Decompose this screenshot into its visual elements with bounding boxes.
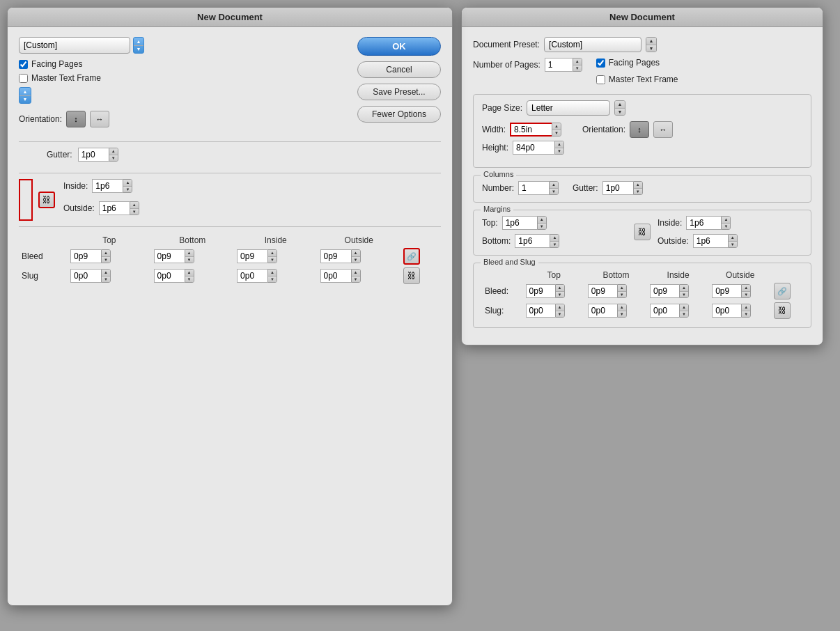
bleed-link-btn-left[interactable]: 🔗 (403, 248, 420, 265)
document-preset-select[interactable]: [Custom] (544, 37, 641, 52)
margins-bottom-input[interactable] (515, 234, 550, 248)
orientation-landscape-left[interactable]: ↔ (90, 111, 109, 127)
gutter-stepper-up-left[interactable]: ▲ (109, 148, 118, 155)
columns-number-stepper[interactable]: ▲ ▼ (549, 181, 559, 195)
slug-top-stepper-right[interactable]: ▲▼ (555, 304, 565, 318)
num-pages-input[interactable] (545, 58, 573, 72)
gutter-input-left[interactable] (78, 148, 109, 162)
columns-gutter-input[interactable] (602, 181, 633, 195)
slug-chain-btn-right[interactable]: ⛓ (774, 302, 791, 319)
slug-top-input-left[interactable] (70, 269, 101, 283)
outside-input-left[interactable] (99, 201, 130, 215)
cancel-button-left[interactable]: Cancel (357, 61, 441, 78)
outside-stepper-down-left[interactable]: ▼ (130, 209, 139, 215)
bleed-link-btn-right[interactable]: 🔗 (774, 283, 791, 299)
bleed-top-stepper-left[interactable]: ▲▼ (101, 249, 111, 263)
bleed-outside-stepper-left[interactable]: ▲▼ (351, 249, 361, 263)
bleed-top-input-left[interactable] (70, 249, 101, 263)
gutter-stepper-left[interactable]: ▲ ▼ (109, 148, 118, 162)
page-size-stepper[interactable]: ▲ ▼ (614, 100, 625, 116)
page-size-select[interactable]: Letter (527, 100, 610, 116)
outside-stepper-left[interactable]: ▲ ▼ (130, 201, 139, 215)
num-pages-stepper-up[interactable]: ▲ (573, 59, 582, 65)
bleed-top-input-right[interactable] (526, 284, 555, 298)
width-stepper[interactable]: ▲ ▼ (552, 123, 561, 137)
slug-outside-stepper-right[interactable]: ▲▼ (741, 304, 751, 318)
slug-inside-stepper-left[interactable]: ▲▼ (267, 269, 277, 283)
margins-inside-stepper[interactable]: ▲▼ (721, 216, 731, 230)
inside-stepper-up-left[interactable]: ▲ (123, 180, 132, 187)
width-input[interactable] (510, 123, 552, 137)
height-stepper[interactable]: ▲ ▼ (554, 141, 564, 155)
page-size-stepper-down[interactable]: ▼ (615, 109, 625, 116)
facing-pages-checkbox-left[interactable] (19, 60, 28, 69)
height-input[interactable] (513, 141, 554, 155)
slug-outside-input-left[interactable] (320, 269, 351, 283)
bleed-outside-input-right[interactable] (712, 284, 741, 298)
slug-bottom-input-right[interactable] (588, 304, 617, 318)
save-preset-button-left[interactable]: Save Preset... (357, 84, 441, 100)
bleed-outside-input-left[interactable] (320, 249, 351, 263)
margins-chain-icon-left[interactable]: ⛓ (38, 192, 55, 208)
columns-gutter-stepper[interactable]: ▲ ▼ (633, 181, 643, 195)
num-pages-stepper-down[interactable]: ▼ (573, 65, 582, 72)
width-stepper-up[interactable]: ▲ (552, 123, 561, 130)
preset-stepper-up-left[interactable]: ▲ (134, 38, 143, 46)
slug-outside-input-right[interactable] (712, 304, 741, 318)
margins-inside-input[interactable] (686, 216, 721, 230)
master-text-frame-checkbox-left[interactable] (19, 74, 28, 83)
slug-chain-btn-left[interactable]: ⛓ (403, 267, 420, 284)
bleed-inside-stepper-right[interactable]: ▲▼ (679, 284, 689, 298)
slug-bottom-input-left[interactable] (154, 269, 185, 283)
preset-stepper-down[interactable]: ▼ (646, 45, 656, 52)
pages-stepper-left[interactable]: ▲ ▼ (19, 87, 31, 104)
bleed-bottom-input-left[interactable] (154, 249, 185, 263)
orientation-landscape-right[interactable]: ↔ (653, 121, 673, 138)
preset-stepper-left[interactable]: ▲ ▼ (133, 37, 144, 54)
preset-select-left[interactable]: [Custom] (19, 37, 130, 54)
slug-inside-input-right[interactable] (650, 304, 679, 318)
facing-pages-checkbox-right[interactable] (596, 59, 605, 68)
height-stepper-down[interactable]: ▼ (555, 148, 563, 155)
inside-input-left[interactable] (92, 179, 123, 193)
margins-bottom-stepper[interactable]: ▲▼ (550, 234, 559, 248)
bleed-bottom-input-right[interactable] (588, 284, 617, 298)
orientation-portrait-right[interactable]: ↕ (630, 121, 649, 138)
columns-number-input[interactable] (518, 181, 549, 195)
bleed-outside-stepper-right[interactable]: ▲▼ (741, 284, 751, 298)
document-preset-stepper[interactable]: ▲ ▼ (646, 37, 657, 52)
pages-stepper-up-left[interactable]: ▲ (20, 88, 31, 96)
margins-chain-icon-right[interactable]: ⛓ (634, 224, 651, 240)
master-text-frame-checkbox-right[interactable] (596, 75, 605, 84)
slug-outside-stepper-left[interactable]: ▲▼ (351, 269, 361, 283)
bleed-inside-input-left[interactable] (237, 249, 267, 263)
bleed-top-stepper-right[interactable]: ▲▼ (555, 284, 565, 298)
slug-top-stepper-left[interactable]: ▲▼ (101, 269, 111, 283)
fewer-options-button[interactable]: Fewer Options (357, 106, 441, 123)
margins-outside-input[interactable] (693, 234, 728, 248)
bleed-inside-stepper-left[interactable]: ▲▼ (267, 249, 277, 263)
num-pages-stepper[interactable]: ▲ ▼ (573, 58, 582, 72)
orientation-portrait-left[interactable]: ↕ (66, 111, 86, 127)
slug-bottom-stepper-left[interactable]: ▲▼ (185, 269, 194, 283)
outside-stepper-up-left[interactable]: ▲ (130, 202, 139, 209)
ok-button-left[interactable]: OK (357, 37, 441, 56)
inside-stepper-down-left[interactable]: ▼ (123, 187, 132, 193)
slug-top-input-right[interactable] (526, 304, 555, 318)
page-size-stepper-up[interactable]: ▲ (615, 101, 625, 109)
preset-stepper-up[interactable]: ▲ (646, 38, 656, 45)
slug-inside-input-left[interactable] (237, 269, 267, 283)
margins-top-stepper[interactable]: ▲▼ (537, 216, 547, 230)
gutter-stepper-down-left[interactable]: ▼ (109, 155, 118, 162)
height-stepper-up[interactable]: ▲ (555, 141, 563, 148)
slug-bottom-stepper-right[interactable]: ▲▼ (617, 304, 627, 318)
margins-outside-stepper[interactable]: ▲▼ (728, 234, 738, 248)
preset-stepper-down-left[interactable]: ▼ (134, 46, 143, 54)
inside-stepper-left[interactable]: ▲ ▼ (123, 179, 132, 193)
slug-inside-stepper-right[interactable]: ▲▼ (679, 304, 689, 318)
bleed-inside-input-right[interactable] (650, 284, 679, 298)
pages-stepper-down-left[interactable]: ▼ (20, 96, 31, 104)
bleed-bottom-stepper-left[interactable]: ▲▼ (185, 249, 194, 263)
bleed-bottom-stepper-right[interactable]: ▲▼ (617, 284, 627, 298)
margins-top-input[interactable] (502, 216, 537, 230)
